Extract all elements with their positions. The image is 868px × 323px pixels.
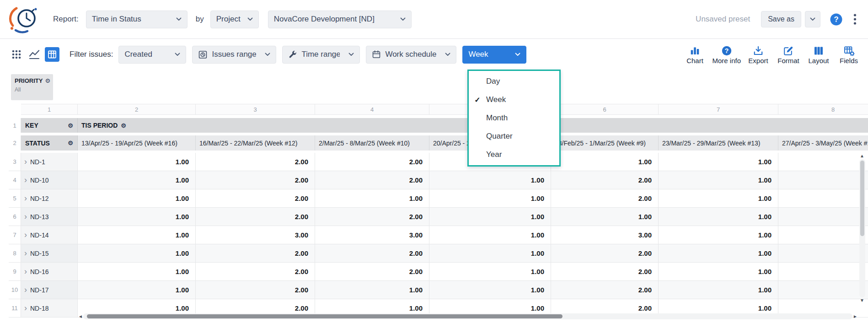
status-column-header: STATUS ⚙: [21, 135, 78, 151]
view-switcher: [9, 47, 59, 62]
row-number: 10: [9, 281, 21, 299]
group-by-select[interactable]: Project: [210, 11, 259, 28]
value-cell: 3.00: [196, 226, 315, 244]
format-action-button[interactable]: Format: [776, 45, 801, 65]
value-cell: 2.00: [551, 171, 659, 189]
value-cell: 1.00: [78, 263, 196, 281]
issue-key-cell[interactable]: ›ND-14: [21, 226, 78, 244]
expand-row-icon[interactable]: ›: [24, 304, 27, 312]
priority-filter[interactable]: PRIORITY ⚙ All: [11, 74, 53, 100]
chart-action-button[interactable]: Chart: [682, 45, 707, 65]
save-as-button[interactable]: Save as: [761, 11, 801, 27]
period-option-week[interactable]: ✓Week: [469, 91, 559, 109]
value-cell: 1.00: [315, 281, 429, 299]
period-option-label: Day: [486, 77, 500, 86]
issues-range-clock-icon: [198, 50, 208, 59]
period-column-header: 13/Apr/25 - 19/Apr/25 (Week #16): [78, 135, 196, 151]
scroll-down-icon[interactable]: ▼: [860, 297, 864, 304]
value-cell: 3.00: [551, 226, 659, 244]
period-option-year[interactable]: Year: [469, 145, 559, 164]
more-info-action-button[interactable]: ?More info: [712, 45, 741, 65]
horizontal-scroll-track[interactable]: [83, 313, 852, 319]
row-number: 1: [9, 118, 21, 133]
value-cell: 2.00: [551, 281, 659, 299]
horizontal-scroll-thumb[interactable]: [87, 314, 563, 318]
value-cell: 2.00: [196, 244, 315, 263]
calendar-icon: [372, 50, 381, 59]
issue-key-cell[interactable]: ›ND-16: [21, 263, 78, 281]
time-range-button[interactable]: Time range: [282, 46, 360, 64]
scroll-up-icon[interactable]: ▲: [860, 153, 864, 159]
action-label: Fields: [840, 57, 858, 65]
issue-key-cell[interactable]: ›ND-17: [21, 281, 78, 299]
table-row: 5›ND-121.002.001.001.002.001.00: [9, 189, 868, 208]
gear-icon[interactable]: ⚙: [68, 123, 73, 129]
table-grid-icon: [47, 49, 57, 59]
expand-row-icon[interactable]: ›: [24, 285, 27, 294]
column-number: 2: [78, 104, 196, 115]
gear-icon[interactable]: ⚙: [121, 123, 126, 129]
horizontal-scrollbar[interactable]: ◄ ►: [78, 313, 858, 320]
table-body: 3›ND-11.002.002.001.001.004›ND-101.002.0…: [9, 153, 868, 318]
export-action-button[interactable]: Export: [745, 45, 771, 65]
preset-status: Unsaved preset: [696, 15, 750, 24]
expand-row-icon[interactable]: ›: [24, 194, 27, 202]
chevron-down-icon: [176, 17, 182, 21]
project-select[interactable]: NovaCore Development [ND]: [268, 11, 412, 28]
help-button[interactable]: ?: [830, 13, 843, 26]
clock-logo-icon: [5, 5, 40, 34]
value-cell: [778, 281, 868, 299]
expand-row-icon[interactable]: ›: [24, 267, 27, 275]
row-number: 8: [9, 244, 21, 263]
value-cell: 1.00: [659, 281, 778, 299]
issue-key-cell[interactable]: ›ND-15: [21, 244, 78, 263]
expand-row-icon[interactable]: ›: [24, 176, 27, 184]
vertical-scroll-track[interactable]: [859, 159, 865, 297]
period-option-day[interactable]: Day: [469, 72, 559, 91]
value-cell: 1.00: [78, 281, 196, 299]
table-row: 8›ND-151.002.002.001.002.001.00: [9, 244, 868, 263]
period-option-month[interactable]: Month: [469, 109, 559, 127]
gear-icon[interactable]: ⚙: [68, 140, 73, 146]
more-menu-button[interactable]: [851, 12, 859, 26]
vertical-scroll-thumb[interactable]: [860, 161, 864, 236]
value-cell: [778, 226, 868, 244]
work-schedule-button[interactable]: Work schedule: [366, 46, 456, 64]
issue-key: ND-17: [30, 286, 48, 294]
issue-key: ND-15: [30, 250, 48, 257]
layout-action-button[interactable]: Layout: [806, 45, 831, 65]
table-view-button[interactable]: [45, 47, 59, 62]
export-icon: [753, 45, 764, 56]
fields-action-button[interactable]: Fields: [836, 45, 862, 65]
expand-row-icon[interactable]: ›: [24, 212, 27, 221]
value-cell: 2.00: [551, 189, 659, 208]
scroll-right-icon[interactable]: ►: [852, 314, 858, 319]
expand-row-icon[interactable]: ›: [24, 157, 27, 166]
chart-view-button[interactable]: [27, 47, 42, 62]
issue-key: ND-1: [30, 158, 45, 166]
scroll-left-icon[interactable]: ◄: [78, 314, 83, 319]
issues-range-button[interactable]: Issues range: [192, 46, 276, 64]
expand-row-icon[interactable]: ›: [24, 231, 27, 239]
gear-icon[interactable]: ⚙: [45, 78, 50, 84]
filter-created-select[interactable]: Created: [118, 46, 186, 64]
value-cell: 1.00: [551, 208, 659, 226]
issue-key-cell[interactable]: ›ND-10: [21, 171, 78, 189]
period-option-quarter[interactable]: Quarter: [469, 127, 559, 145]
kebab-menu-icon: [853, 13, 857, 25]
issue-key-cell[interactable]: ›ND-18: [21, 299, 78, 318]
vertical-scrollbar[interactable]: ▲ ▼: [858, 153, 866, 304]
column-number: 7: [659, 104, 778, 115]
issue-key-cell[interactable]: ›ND-1: [21, 153, 78, 171]
period-select[interactable]: Week: [462, 46, 526, 64]
issue-key-cell[interactable]: ›ND-13: [21, 208, 78, 226]
report-type-select[interactable]: Time in Status: [86, 11, 188, 28]
period-column-header: 23/Mar/25 - 29/Mar/25 (Week #13): [659, 135, 778, 151]
issue-key-cell[interactable]: ›ND-12: [21, 189, 78, 208]
grid-view-button[interactable]: [9, 47, 24, 62]
save-as-dropdown-button[interactable]: [805, 11, 820, 27]
value-cell: [778, 244, 868, 263]
expand-row-icon[interactable]: ›: [24, 249, 27, 257]
value-cell: [778, 189, 868, 208]
value-cell: 1.00: [429, 281, 551, 299]
